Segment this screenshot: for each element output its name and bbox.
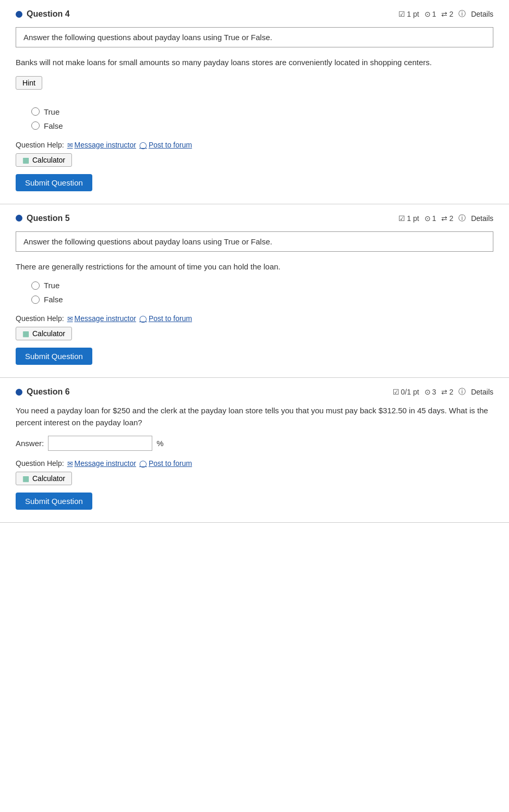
question-6-details-link[interactable]: Details xyxy=(471,388,493,396)
question-6-calculator-button[interactable]: Calculator xyxy=(16,472,72,485)
question-4-submit-button[interactable]: Submit Question xyxy=(16,174,92,191)
question-5-header: Question 5 1 pt ⊙ 1 ⇄ 2 ⓘ Details xyxy=(16,214,493,223)
question-4-attempts: ⊙ 1 xyxy=(425,10,437,18)
question-5-meta: 1 pt ⊙ 1 ⇄ 2 ⓘ Details xyxy=(398,214,493,223)
question-4-meta: 1 pt ⊙ 1 ⇄ 2 ⓘ Details xyxy=(398,9,493,19)
question-5-instruction: Answer the following questions about pay… xyxy=(16,231,493,252)
question-4-info-icon: ⓘ xyxy=(458,9,466,19)
clock-icon: ⊙ xyxy=(425,388,431,396)
check-icon xyxy=(398,214,405,223)
question-4-details-link[interactable]: Details xyxy=(471,10,493,18)
check-icon xyxy=(393,388,399,396)
question-5-points: 1 pt xyxy=(398,214,419,223)
question-6-attempts: ⊙ 3 xyxy=(425,388,437,396)
question-5-details-link[interactable]: Details xyxy=(471,214,493,223)
question-5-false-option[interactable]: False xyxy=(31,295,493,304)
calculator-icon xyxy=(22,474,29,483)
question-5-dot xyxy=(16,215,22,222)
question-6-answer-input[interactable] xyxy=(48,436,152,451)
question-4-false-radio[interactable] xyxy=(31,121,40,130)
question-4-true-radio[interactable] xyxy=(31,107,40,116)
question-6-answer-row: Answer: % xyxy=(16,436,493,451)
question-5-calculator-button[interactable]: Calculator xyxy=(16,327,72,340)
refresh-icon: ⇄ xyxy=(441,214,447,223)
question-4-help-row: Question Help: Message instructor Post t… xyxy=(16,141,493,149)
question-6-label: Question 6 xyxy=(27,387,70,397)
question-4-points: 1 pt xyxy=(398,10,419,18)
question-4-true-option[interactable]: True xyxy=(31,107,493,116)
question-4-options: True False xyxy=(31,107,493,130)
question-4-text: Banks will not make loans for small amou… xyxy=(16,57,493,69)
question-5-block: Question 5 1 pt ⊙ 1 ⇄ 2 ⓘ Details Answer… xyxy=(0,204,509,378)
question-6-help-row: Question Help: Message instructor Post t… xyxy=(16,459,493,467)
question-4-false-option[interactable]: False xyxy=(31,121,493,130)
question-6-dot xyxy=(16,389,22,396)
question-6-versions: ⇄ 2 xyxy=(441,388,453,396)
question-6-info-icon: ⓘ xyxy=(458,387,466,397)
refresh-icon: ⇄ xyxy=(441,10,447,18)
question-4-header: Question 4 1 pt ⊙ 1 ⇄ 2 ⓘ Details xyxy=(16,9,493,19)
question-4-help-label: Question Help: xyxy=(16,141,64,149)
question-4-post-to-forum-link[interactable]: Post to forum xyxy=(139,141,192,149)
question-5-true-option[interactable]: True xyxy=(31,281,493,290)
question-4-block: Question 4 1 pt ⊙ 1 ⇄ 2 ⓘ Details Answer… xyxy=(0,0,509,204)
question-6-meta: 0/1 pt ⊙ 3 ⇄ 2 ⓘ Details xyxy=(393,387,493,397)
question-5-info-icon: ⓘ xyxy=(458,214,466,223)
question-4-label: Question 4 xyxy=(27,9,70,19)
question-6-text: You need a payday loan for $250 and the … xyxy=(16,405,493,428)
question-4-hint-button[interactable]: Hint xyxy=(16,76,42,90)
question-5-options: True False xyxy=(31,281,493,304)
envelope-icon xyxy=(67,141,73,149)
clock-icon: ⊙ xyxy=(425,214,431,223)
question-4-dot xyxy=(16,11,22,18)
clock-icon: ⊙ xyxy=(425,10,431,18)
question-5-attempts: ⊙ 1 xyxy=(425,214,437,223)
question-4-message-instructor-link[interactable]: Message instructor xyxy=(67,141,136,149)
question-6-post-to-forum-link[interactable]: Post to forum xyxy=(139,459,192,467)
question-6-block: Question 6 0/1 pt ⊙ 3 ⇄ 2 ⓘ Details You … xyxy=(0,378,509,523)
question-5-versions: ⇄ 2 xyxy=(441,214,453,223)
question-5-label: Question 5 xyxy=(27,214,70,223)
question-6-answer-suffix: % xyxy=(156,439,163,448)
envelope-icon xyxy=(67,314,73,323)
question-4-versions: ⇄ 2 xyxy=(441,10,453,18)
question-4-title: Question 4 xyxy=(16,9,70,19)
calculator-icon xyxy=(22,329,29,338)
question-4-calculator-button[interactable]: Calculator xyxy=(16,153,72,167)
question-6-message-instructor-link[interactable]: Message instructor xyxy=(67,459,136,467)
question-6-help-label: Question Help: xyxy=(16,459,64,467)
question-6-answer-prefix: Answer: xyxy=(16,439,44,448)
question-4-instruction: Answer the following questions about pay… xyxy=(16,27,493,47)
question-5-message-instructor-link[interactable]: Message instructor xyxy=(67,314,136,323)
envelope-icon xyxy=(67,459,73,467)
question-5-help-label: Question Help: xyxy=(16,314,64,323)
question-5-submit-button[interactable]: Submit Question xyxy=(16,348,92,365)
question-6-title: Question 6 xyxy=(16,387,70,397)
check-icon xyxy=(398,10,405,18)
question-5-text: There are generally restrictions for the… xyxy=(16,261,493,273)
question-5-title: Question 5 xyxy=(16,214,70,223)
refresh-icon: ⇄ xyxy=(441,388,447,396)
calculator-icon xyxy=(22,156,29,164)
question-5-post-to-forum-link[interactable]: Post to forum xyxy=(139,314,192,323)
forum-icon xyxy=(139,141,147,149)
question-6-submit-button[interactable]: Submit Question xyxy=(16,493,92,510)
question-5-help-row: Question Help: Message instructor Post t… xyxy=(16,314,493,323)
forum-icon xyxy=(139,314,147,323)
question-5-true-radio[interactable] xyxy=(31,281,40,290)
question-6-points: 0/1 pt xyxy=(393,388,419,396)
question-6-header: Question 6 0/1 pt ⊙ 3 ⇄ 2 ⓘ Details xyxy=(16,387,493,397)
question-5-false-radio[interactable] xyxy=(31,296,40,304)
forum-icon xyxy=(139,459,147,467)
